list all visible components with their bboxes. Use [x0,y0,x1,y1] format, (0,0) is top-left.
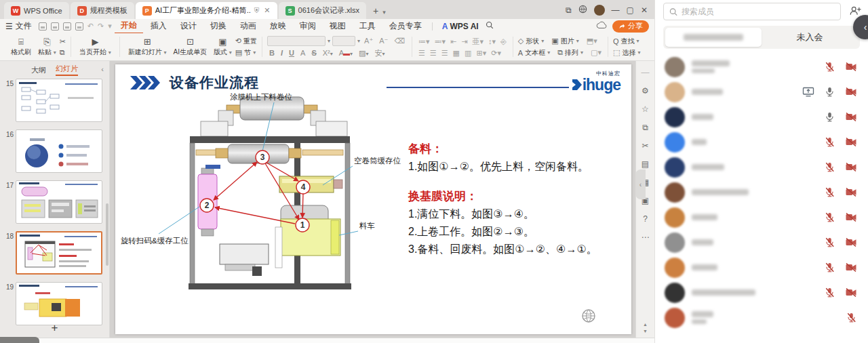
panel-collapse-handle[interactable]: ‹ [635,169,646,199]
tab-list-dropdown-icon[interactable]: ▾ [382,9,386,19]
justify-icon[interactable]: ▦ [452,49,461,58]
cloud-sync-icon[interactable] [596,21,607,31]
arrange-button[interactable]: ⧉排列▾ [557,48,583,58]
member-row[interactable] [655,54,868,79]
align-left-icon[interactable]: ☰ [417,49,427,58]
text-effect-button[interactable]: 安▾ [373,48,387,58]
member-row[interactable] [655,305,868,330]
menu-item-home[interactable]: 开始 [115,18,143,34]
copy-button[interactable]: ⧉ [60,48,66,57]
member-search-input[interactable] [682,7,835,16]
menu-item-animation[interactable]: 动画 [234,19,262,33]
section-button[interactable]: ▤节 ▾ [235,48,257,58]
superscript-button[interactable]: X²▾ [321,49,335,57]
chart-panel-icon[interactable]: ▤ [642,159,649,169]
line-spacing-icon[interactable]: ↕▾ [487,37,497,46]
tab-wps-home[interactable]: W WPS Office [4,2,69,19]
member-row[interactable] [655,230,868,255]
ai-generate-button[interactable]: ⊡AI生成单页 [170,37,210,57]
strike-button[interactable]: S [309,49,318,57]
tab-template-doc[interactable]: D 规程类模板 [71,2,134,19]
member-row[interactable] [655,104,868,129]
member-row[interactable] [655,205,868,230]
slide-thumbnail-19[interactable] [16,282,102,325]
slide-page[interactable]: 设备作业流程 中科迪宏 ihuge [115,64,631,334]
tab-joined[interactable] [665,28,762,47]
clear-format-button[interactable]: ⌫ [392,37,407,45]
align-center-icon[interactable]: ☰ [429,49,438,58]
align-objects-icon[interactable]: ⊞▾ [475,49,488,58]
menu-item-design[interactable]: 设计 [174,19,203,33]
slide-thumbnail-18-current[interactable] [16,231,102,275]
paste-button[interactable]: ⎘粘贴 ▾ [35,37,60,57]
layout-button[interactable]: ▣版式 ▾ [210,37,235,57]
more-icon[interactable]: ⋯ [642,233,650,242]
slide-thumbnail-16[interactable] [16,129,102,173]
undo-icon[interactable]: ↶ [87,22,94,31]
new-slide-button[interactable]: ⊞新建幻灯片 ▾ [125,37,170,57]
format-painter-button[interactable]: ⌸格式刷 [7,37,35,57]
scroll-up-icon[interactable]: ▲ [643,322,648,327]
help-icon[interactable]: ? [643,214,648,224]
outdent-icon[interactable]: ⇤ [449,37,458,46]
save-icon[interactable] [39,22,47,31]
menu-item-member[interactable]: 会员专享 [383,19,428,33]
rotate-icon[interactable]: ⟳▾ [490,49,502,58]
member-row[interactable] [655,79,868,104]
decrease-font-button[interactable]: A⁻ [377,37,390,45]
scroll-down-icon[interactable]: ▼ [643,329,648,334]
columns-icon[interactable]: ▥ [463,49,473,58]
menu-item-review[interactable]: 审阅 [294,19,322,33]
picture-button[interactable]: ▣图片▾ [551,37,578,46]
menu-item-view[interactable]: 视图 [323,19,352,33]
font-name-select[interactable] [267,36,326,46]
tab-spreadsheet-doc[interactable]: S 0616会议记录.xlsx [279,2,366,19]
tab-slides[interactable]: 幻灯片 [56,64,78,76]
design-tools-icon[interactable]: ✂ [642,141,648,150]
slide-thumbnail-15[interactable] [16,79,102,122]
upload-icon[interactable]: ⬒▾ [585,37,599,45]
highlight-color-button[interactable]: ▨▾ [357,49,370,58]
collapse-sidebar-icon[interactable]: ‹ [101,65,104,73]
global-settings-icon[interactable] [578,5,587,16]
text-direction-icon[interactable]: 亜▾ [471,37,485,47]
share-button[interactable]: 分享 [612,20,649,33]
add-slide-button[interactable]: + [0,321,109,335]
align-right-icon[interactable]: ☰ [440,49,450,58]
member-search[interactable] [663,3,841,20]
redo-icon[interactable]: ↷ [98,22,104,31]
indent-icon[interactable]: ⇥ [460,37,469,46]
user-avatar[interactable] [594,5,605,16]
favorites-icon[interactable]: ☆ [642,104,649,114]
font-color-button[interactable]: A▾ [337,49,355,57]
member-row[interactable] [655,180,868,205]
close-tab-icon[interactable]: ✕ [264,6,270,15]
history-dropdown-icon[interactable]: ▾ [108,22,112,31]
italic-button[interactable]: I [279,49,285,57]
tab-outline[interactable]: 大纲 [31,65,46,75]
char-border-button[interactable]: A [298,49,307,57]
print-icon[interactable] [63,22,71,31]
new-tab-button[interactable]: + [368,5,382,19]
member-row[interactable] [655,155,868,180]
preview-icon[interactable] [75,22,83,31]
slide-thumbnail-17[interactable] [16,180,102,224]
layout-switch-icon[interactable]: ⧉ [566,5,572,15]
shapes-panel-icon[interactable]: ⧉ [642,123,648,132]
numbered-list-icon[interactable]: ≕▾ [433,37,448,46]
cut-button[interactable]: ✂ [60,37,66,46]
wps-ai-menu[interactable]: AWPS AI [437,22,484,31]
menu-item-slideshow[interactable]: 放映 [264,19,292,33]
reset-button[interactable]: ⟲重置 [235,37,257,46]
underline-button[interactable]: U [287,49,296,57]
minimize-button[interactable]: — [612,5,620,15]
play-from-current-button[interactable]: ▶当页开始 ▾ [76,37,115,57]
shape-button[interactable]: ◇形状▾ [518,37,544,46]
select-button[interactable]: ⬚选择▾ [613,48,640,58]
member-row[interactable] [655,280,868,305]
sidebar-scrollbar[interactable] [106,203,108,266]
group-icon[interactable]: ▢▾ [589,48,603,57]
tab-not-joined[interactable]: 未入会 [762,28,858,47]
font-size-select[interactable] [332,36,355,46]
textbox-button[interactable]: A文本框▾ [518,48,550,58]
